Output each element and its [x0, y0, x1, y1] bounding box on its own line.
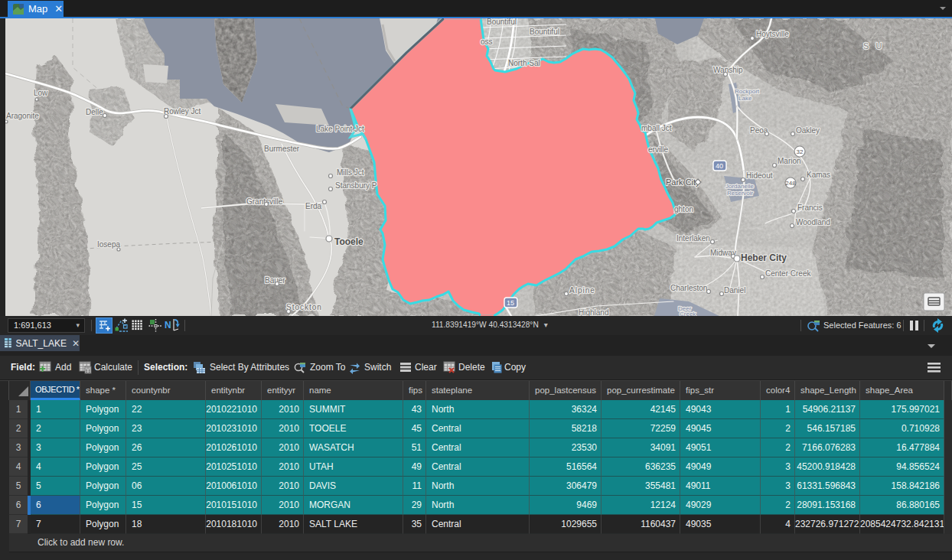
svg-text:mball Jct: mball Jct: [641, 124, 672, 132]
svg-text:Lake Point Jct: Lake Point Jct: [316, 125, 364, 133]
svg-text:Kamas: Kamas: [807, 171, 830, 179]
svg-text:Reservoir: Reservoir: [727, 190, 754, 197]
svg-text:Bountiful: Bountiful: [487, 18, 517, 26]
svg-text:Center Creek: Center Creek: [765, 269, 811, 278]
svg-text:Creek: Creek: [680, 311, 696, 316]
svg-text:32: 32: [797, 148, 804, 155]
svg-text:Francis: Francis: [797, 203, 823, 212]
svg-text:248: 248: [785, 180, 796, 187]
svg-text:Lake: Lake: [738, 95, 752, 102]
svg-text:Iosepa: Iosepa: [97, 240, 120, 249]
svg-text:Stansbury P: Stansbury P: [335, 181, 377, 190]
svg-text:N: N: [165, 320, 171, 330]
svg-text:Stockton: Stockton: [286, 303, 322, 311]
svg-text:ghton: ghton: [674, 205, 693, 213]
svg-text:erville: erville: [648, 145, 669, 154]
svg-text:15: 15: [507, 299, 514, 307]
svg-text:Hideout: Hideout: [746, 171, 773, 180]
svg-text:North Sal: North Sal: [508, 59, 540, 67]
svg-text:Marion: Marion: [778, 157, 801, 165]
svg-text:Mills Jct: Mills Jct: [337, 168, 364, 177]
svg-text:40: 40: [716, 162, 723, 170]
svg-text:Burmester: Burmester: [264, 145, 300, 153]
svg-text:Erda: Erda: [305, 202, 322, 210]
svg-text:Jordanelle: Jordanelle: [725, 183, 754, 190]
svg-text:Low: Low: [34, 89, 48, 97]
svg-text:S U: S U: [863, 41, 884, 50]
svg-text:Heber City: Heber City: [741, 252, 787, 263]
svg-text:Interlaken: Interlaken: [677, 234, 710, 243]
svg-text:Wanship: Wanship: [713, 66, 743, 74]
svg-text:Rowley Jct: Rowley Jct: [164, 107, 201, 116]
svg-text:Aragonite: Aragonite: [6, 112, 39, 120]
svg-text:Rockport: Rockport: [735, 88, 760, 95]
svg-text:Charleston: Charleston: [670, 284, 707, 292]
svg-text:Oakley: Oakley: [796, 126, 820, 135]
svg-text:Hoytsville: Hoytsville: [756, 30, 789, 38]
svg-text:Woodland: Woodland: [796, 218, 830, 226]
svg-text:oss: oss: [481, 37, 493, 46]
svg-text:Daniel: Daniel: [724, 286, 745, 295]
svg-text:Delle: Delle: [86, 108, 103, 116]
svg-text:Tooele: Tooele: [334, 236, 364, 247]
svg-text:Bountiful: Bountiful: [530, 28, 559, 36]
svg-text:Alpine: Alpine: [569, 286, 595, 295]
svg-text:Highland: Highland: [579, 308, 608, 316]
